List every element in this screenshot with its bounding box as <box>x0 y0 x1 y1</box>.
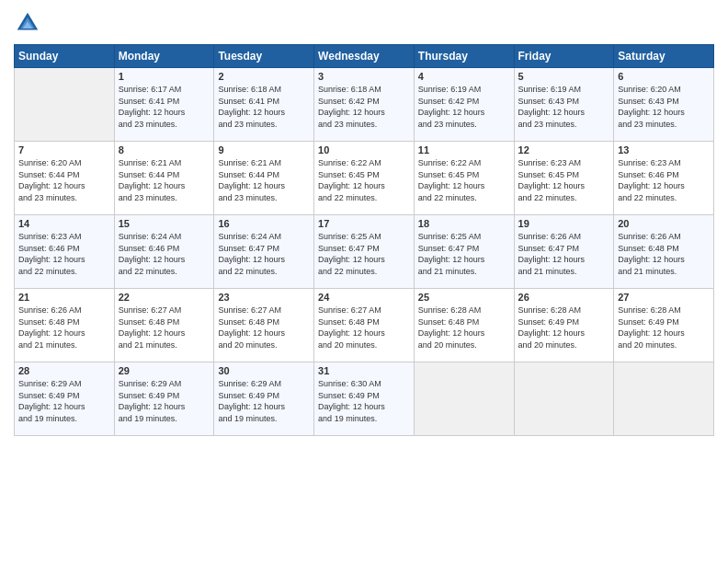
calendar-cell: 31Sunrise: 6:30 AM Sunset: 6:49 PM Dayli… <box>314 362 415 436</box>
day-number: 4 <box>418 71 510 82</box>
calendar-cell: 2Sunrise: 6:18 AM Sunset: 6:41 PM Daylig… <box>214 68 314 142</box>
day-info: Sunrise: 6:23 AM Sunset: 6:45 PM Dayligh… <box>518 157 610 203</box>
weekday-header-sunday: Sunday <box>15 45 115 68</box>
day-info: Sunrise: 6:28 AM Sunset: 6:48 PM Dayligh… <box>418 304 510 350</box>
day-number: 20 <box>618 218 710 229</box>
calendar-cell: 15Sunrise: 6:24 AM Sunset: 6:46 PM Dayli… <box>114 215 214 289</box>
calendar-cell: 3Sunrise: 6:18 AM Sunset: 6:42 PM Daylig… <box>314 68 415 142</box>
day-info: Sunrise: 6:26 AM Sunset: 6:47 PM Dayligh… <box>518 231 610 277</box>
day-number: 23 <box>218 292 310 303</box>
logo-icon <box>14 9 41 37</box>
calendar-cell: 24Sunrise: 6:27 AM Sunset: 6:48 PM Dayli… <box>314 289 415 362</box>
calendar-cell: 29Sunrise: 6:29 AM Sunset: 6:49 PM Dayli… <box>114 362 214 436</box>
calendar-cell: 12Sunrise: 6:23 AM Sunset: 6:45 PM Dayli… <box>514 142 614 215</box>
week-row-2: 14Sunrise: 6:23 AM Sunset: 6:46 PM Dayli… <box>15 215 714 289</box>
day-number: 31 <box>318 365 410 376</box>
weekday-header-monday: Monday <box>114 45 214 68</box>
page: SundayMondayTuesdayWednesdayThursdayFrid… <box>0 0 728 563</box>
calendar-cell: 4Sunrise: 6:19 AM Sunset: 6:42 PM Daylig… <box>414 68 514 142</box>
calendar-cell: 10Sunrise: 6:22 AM Sunset: 6:45 PM Dayli… <box>314 142 415 215</box>
day-number: 2 <box>218 71 310 82</box>
day-info: Sunrise: 6:28 AM Sunset: 6:49 PM Dayligh… <box>518 304 610 350</box>
weekday-header-tuesday: Tuesday <box>214 45 314 68</box>
day-number: 3 <box>318 71 410 82</box>
day-number: 17 <box>318 218 410 229</box>
calendar-cell: 13Sunrise: 6:23 AM Sunset: 6:46 PM Dayli… <box>614 142 714 215</box>
calendar-cell: 22Sunrise: 6:27 AM Sunset: 6:48 PM Dayli… <box>114 289 214 362</box>
calendar-cell <box>514 362 614 436</box>
day-number: 1 <box>119 71 210 82</box>
day-number: 13 <box>618 144 710 155</box>
day-info: Sunrise: 6:27 AM Sunset: 6:48 PM Dayligh… <box>119 304 210 350</box>
day-info: Sunrise: 6:29 AM Sunset: 6:49 PM Dayligh… <box>218 378 310 424</box>
day-number: 22 <box>119 292 210 303</box>
header <box>14 9 714 37</box>
day-number: 7 <box>18 144 110 155</box>
day-info: Sunrise: 6:18 AM Sunset: 6:42 PM Dayligh… <box>318 84 410 130</box>
day-number: 9 <box>218 144 310 155</box>
day-info: Sunrise: 6:29 AM Sunset: 6:49 PM Dayligh… <box>18 378 110 424</box>
calendar-cell: 7Sunrise: 6:20 AM Sunset: 6:44 PM Daylig… <box>15 142 115 215</box>
calendar-cell: 14Sunrise: 6:23 AM Sunset: 6:46 PM Dayli… <box>15 215 115 289</box>
calendar-cell: 27Sunrise: 6:28 AM Sunset: 6:49 PM Dayli… <box>614 289 714 362</box>
day-info: Sunrise: 6:26 AM Sunset: 6:48 PM Dayligh… <box>618 231 710 277</box>
day-info: Sunrise: 6:22 AM Sunset: 6:45 PM Dayligh… <box>318 157 410 203</box>
week-row-0: 1Sunrise: 6:17 AM Sunset: 6:41 PM Daylig… <box>15 68 714 142</box>
calendar-cell: 11Sunrise: 6:22 AM Sunset: 6:45 PM Dayli… <box>414 142 514 215</box>
day-info: Sunrise: 6:18 AM Sunset: 6:41 PM Dayligh… <box>218 84 310 130</box>
day-number: 24 <box>318 292 410 303</box>
day-info: Sunrise: 6:20 AM Sunset: 6:43 PM Dayligh… <box>618 84 710 130</box>
day-info: Sunrise: 6:22 AM Sunset: 6:45 PM Dayligh… <box>418 157 510 203</box>
calendar-cell: 8Sunrise: 6:21 AM Sunset: 6:44 PM Daylig… <box>114 142 214 215</box>
day-info: Sunrise: 6:19 AM Sunset: 6:42 PM Dayligh… <box>418 84 510 130</box>
day-number: 27 <box>618 292 710 303</box>
calendar-cell: 1Sunrise: 6:17 AM Sunset: 6:41 PM Daylig… <box>114 68 214 142</box>
calendar-cell <box>15 68 115 142</box>
day-info: Sunrise: 6:28 AM Sunset: 6:49 PM Dayligh… <box>618 304 710 350</box>
week-row-1: 7Sunrise: 6:20 AM Sunset: 6:44 PM Daylig… <box>15 142 714 215</box>
day-number: 19 <box>518 218 610 229</box>
week-row-3: 21Sunrise: 6:26 AM Sunset: 6:48 PM Dayli… <box>15 289 714 362</box>
day-number: 30 <box>218 365 310 376</box>
day-number: 29 <box>119 365 210 376</box>
day-number: 8 <box>119 144 210 155</box>
calendar-cell: 6Sunrise: 6:20 AM Sunset: 6:43 PM Daylig… <box>614 68 714 142</box>
day-info: Sunrise: 6:25 AM Sunset: 6:47 PM Dayligh… <box>318 231 410 277</box>
day-info: Sunrise: 6:21 AM Sunset: 6:44 PM Dayligh… <box>119 157 210 203</box>
calendar-cell: 25Sunrise: 6:28 AM Sunset: 6:48 PM Dayli… <box>414 289 514 362</box>
day-info: Sunrise: 6:24 AM Sunset: 6:47 PM Dayligh… <box>218 231 310 277</box>
day-info: Sunrise: 6:24 AM Sunset: 6:46 PM Dayligh… <box>119 231 210 277</box>
calendar-cell: 28Sunrise: 6:29 AM Sunset: 6:49 PM Dayli… <box>15 362 115 436</box>
day-info: Sunrise: 6:26 AM Sunset: 6:48 PM Dayligh… <box>18 304 110 350</box>
day-number: 18 <box>418 218 510 229</box>
day-info: Sunrise: 6:19 AM Sunset: 6:43 PM Dayligh… <box>518 84 610 130</box>
calendar-cell <box>414 362 514 436</box>
calendar-cell <box>614 362 714 436</box>
calendar-cell: 16Sunrise: 6:24 AM Sunset: 6:47 PM Dayli… <box>214 215 314 289</box>
day-number: 5 <box>518 71 610 82</box>
calendar-cell: 17Sunrise: 6:25 AM Sunset: 6:47 PM Dayli… <box>314 215 415 289</box>
day-info: Sunrise: 6:17 AM Sunset: 6:41 PM Dayligh… <box>119 84 210 130</box>
day-number: 10 <box>318 144 410 155</box>
calendar-cell: 23Sunrise: 6:27 AM Sunset: 6:48 PM Dayli… <box>214 289 314 362</box>
day-number: 6 <box>618 71 710 82</box>
weekday-header-saturday: Saturday <box>614 45 714 68</box>
day-number: 14 <box>18 218 110 229</box>
week-row-4: 28Sunrise: 6:29 AM Sunset: 6:49 PM Dayli… <box>15 362 714 436</box>
day-info: Sunrise: 6:23 AM Sunset: 6:46 PM Dayligh… <box>18 231 110 277</box>
day-number: 16 <box>218 218 310 229</box>
day-info: Sunrise: 6:20 AM Sunset: 6:44 PM Dayligh… <box>18 157 110 203</box>
day-number: 12 <box>518 144 610 155</box>
weekday-header-row: SundayMondayTuesdayWednesdayThursdayFrid… <box>15 45 714 68</box>
day-number: 25 <box>418 292 510 303</box>
calendar-cell: 21Sunrise: 6:26 AM Sunset: 6:48 PM Dayli… <box>15 289 115 362</box>
day-info: Sunrise: 6:30 AM Sunset: 6:49 PM Dayligh… <box>318 378 410 424</box>
day-info: Sunrise: 6:27 AM Sunset: 6:48 PM Dayligh… <box>318 304 410 350</box>
weekday-header-thursday: Thursday <box>414 45 514 68</box>
day-number: 21 <box>18 292 110 303</box>
day-number: 15 <box>119 218 210 229</box>
calendar-cell: 20Sunrise: 6:26 AM Sunset: 6:48 PM Dayli… <box>614 215 714 289</box>
calendar-table: SundayMondayTuesdayWednesdayThursdayFrid… <box>14 44 714 436</box>
day-info: Sunrise: 6:25 AM Sunset: 6:47 PM Dayligh… <box>418 231 510 277</box>
calendar-cell: 5Sunrise: 6:19 AM Sunset: 6:43 PM Daylig… <box>514 68 614 142</box>
